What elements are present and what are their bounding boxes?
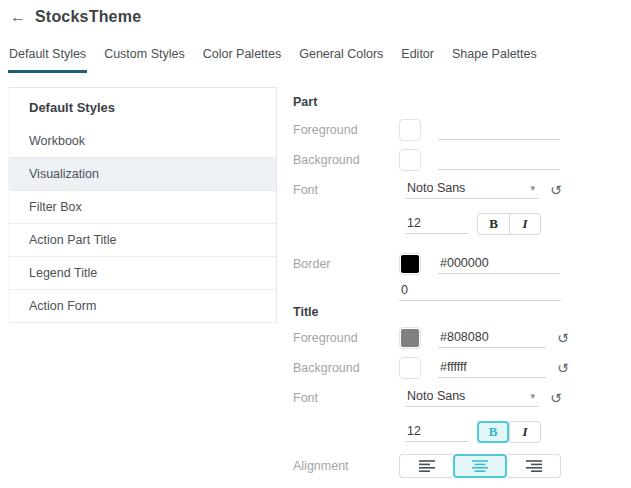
part-bold-italic-group: B I <box>477 213 541 235</box>
part-background-value-input[interactable] <box>438 151 560 170</box>
part-bold-button[interactable]: B <box>477 213 509 235</box>
part-border-color-input[interactable] <box>438 255 560 274</box>
sidebar-item-action-form[interactable]: Action Form <box>9 290 276 323</box>
tab-custom-styles[interactable]: Custom Styles <box>103 47 186 73</box>
part-border-row: Border <box>293 249 631 279</box>
title-background-value-input[interactable] <box>438 359 546 378</box>
part-foreground-value-input[interactable] <box>438 121 560 140</box>
part-font-size-row: B I <box>293 209 631 239</box>
title-font-label: Font <box>293 391 399 405</box>
back-arrow-icon[interactable]: ← <box>10 9 26 25</box>
tab-shape-palettes[interactable]: Shape Palettes <box>451 47 538 73</box>
title-background-swatch-fill <box>401 359 419 377</box>
align-right-button[interactable] <box>507 454 561 478</box>
part-border-label: Border <box>293 257 399 271</box>
part-border-swatch-fill <box>401 255 419 273</box>
align-center-icon <box>471 459 489 473</box>
part-font-label: Font <box>293 183 399 197</box>
align-center-button[interactable] <box>453 454 507 478</box>
title-font-size-input[interactable] <box>405 423 469 442</box>
sidebar: Default Styles Workbook Visualization Fi… <box>8 87 277 323</box>
part-font-family-select[interactable]: Noto Sans ▾ <box>405 181 539 199</box>
tab-color-palettes[interactable]: Color Palettes <box>202 47 283 73</box>
title-section-heading: Title <box>293 305 631 323</box>
title-foreground-row: Foreground ↺ <box>293 323 631 353</box>
title-font-size-row: B I <box>293 417 631 447</box>
title-font-family-value: Noto Sans <box>407 389 465 403</box>
sidebar-item-visualization[interactable]: Visualization <box>9 158 276 191</box>
chevron-down-icon: ▾ <box>530 183 535 193</box>
part-section-heading: Part <box>293 95 631 115</box>
part-border-width-input[interactable] <box>399 282 561 301</box>
sidebar-item-legend-title[interactable]: Legend Title <box>9 257 276 290</box>
tab-bar: Default Styles Custom Styles Color Palet… <box>0 47 631 73</box>
title-alignment-group <box>399 454 561 478</box>
title-alignment-label: Alignment <box>293 459 399 473</box>
style-settings-panel: Part Foreground Background Font Noto San… <box>277 87 631 479</box>
title-background-label: Background <box>293 361 399 375</box>
part-font-row: Font Noto Sans ▾ ↺ <box>293 175 631 205</box>
part-border-color-swatch[interactable] <box>399 253 421 275</box>
part-foreground-color-swatch[interactable] <box>399 119 421 141</box>
part-background-color-swatch[interactable] <box>399 149 421 171</box>
part-font-size-input[interactable] <box>405 215 469 234</box>
title-font-reset-icon[interactable]: ↺ <box>550 391 562 405</box>
tab-default-styles[interactable]: Default Styles <box>8 47 87 73</box>
sidebar-item-workbook[interactable]: Workbook <box>9 125 276 158</box>
title-foreground-reset-icon[interactable]: ↺ <box>557 331 569 345</box>
chevron-down-icon: ▾ <box>530 391 535 401</box>
part-border-width-row <box>293 279 631 303</box>
page-title: StocksTheme <box>35 8 141 26</box>
title-italic-button[interactable]: I <box>509 421 541 443</box>
part-font-family-value: Noto Sans <box>407 181 465 195</box>
align-left-icon <box>418 459 436 473</box>
title-font-row: Font Noto Sans ▾ ↺ <box>293 383 631 413</box>
title-background-color-swatch[interactable] <box>399 357 421 379</box>
title-alignment-row: Alignment <box>293 453 631 479</box>
theme-editor-window: ← StocksTheme Default Styles Custom Styl… <box>0 0 631 488</box>
tab-editor[interactable]: Editor <box>400 47 435 73</box>
header: ← StocksTheme <box>0 0 631 26</box>
part-foreground-row: Foreground <box>293 115 631 145</box>
main-area: Default Styles Workbook Visualization Fi… <box>0 87 631 479</box>
part-background-row: Background <box>293 145 631 175</box>
part-font-reset-icon[interactable]: ↺ <box>550 183 562 197</box>
tab-general-colors[interactable]: General Colors <box>298 47 384 73</box>
align-left-button[interactable] <box>399 454 453 478</box>
title-foreground-color-swatch[interactable] <box>399 327 421 349</box>
part-foreground-swatch-fill <box>401 121 419 139</box>
title-background-reset-icon[interactable]: ↺ <box>557 361 569 375</box>
title-bold-italic-group: B I <box>477 421 541 443</box>
part-background-swatch-fill <box>401 151 419 169</box>
part-background-label: Background <box>293 153 399 167</box>
title-foreground-swatch-fill <box>401 329 419 347</box>
part-italic-button[interactable]: I <box>509 213 541 235</box>
title-foreground-label: Foreground <box>293 331 399 345</box>
part-foreground-label: Foreground <box>293 123 399 137</box>
title-bold-button[interactable]: B <box>477 421 509 443</box>
align-right-icon <box>525 459 543 473</box>
sidebar-item-action-part-title[interactable]: Action Part Title <box>9 224 276 257</box>
sidebar-item-filter-box[interactable]: Filter Box <box>9 191 276 224</box>
title-foreground-value-input[interactable] <box>438 329 546 348</box>
sidebar-heading: Default Styles <box>9 88 276 125</box>
title-background-row: Background ↺ <box>293 353 631 383</box>
title-font-family-select[interactable]: Noto Sans ▾ <box>405 389 539 407</box>
